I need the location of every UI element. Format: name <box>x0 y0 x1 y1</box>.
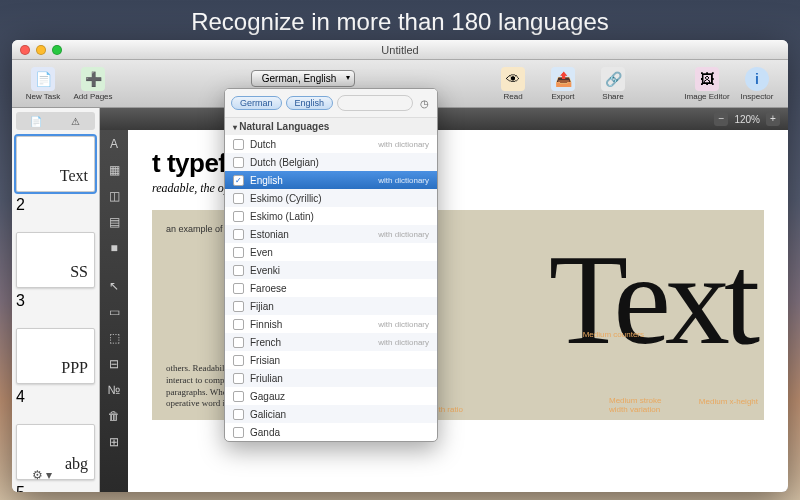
anno-counters: Medium counters <box>583 330 644 339</box>
language-row[interactable]: Faroese <box>225 279 437 297</box>
language-checkbox[interactable] <box>233 211 244 222</box>
language-name: Estonian <box>250 229 289 240</box>
page-thumbnail[interactable]: PPP <box>16 328 95 384</box>
new-task-button[interactable]: 📄 New Task <box>20 67 66 101</box>
language-search-input[interactable] <box>337 95 413 111</box>
language-row[interactable]: Gagauz <box>225 387 437 405</box>
language-row[interactable]: Friulian <box>225 369 437 387</box>
language-row[interactable]: Eskimo (Latin) <box>225 207 437 225</box>
new-task-label: New Task <box>26 92 61 101</box>
language-checkbox[interactable] <box>233 193 244 204</box>
language-section-header[interactable]: Natural Languages <box>225 118 437 135</box>
dictionary-badge: with dictionary <box>378 176 429 185</box>
language-checkbox[interactable] <box>233 265 244 276</box>
text-tool-icon[interactable]: A <box>104 134 124 154</box>
language-list: Dutchwith dictionaryDutch (Belgian)✓Engl… <box>225 135 437 441</box>
pointer-tool-icon[interactable]: ↖ <box>104 276 124 296</box>
window-title: Untitled <box>12 44 788 56</box>
delete-tool-icon[interactable]: 🗑 <box>104 406 124 426</box>
grid-tool-icon[interactable]: ⊞ <box>104 432 124 452</box>
language-row[interactable]: Fijian <box>225 297 437 315</box>
language-name: Dutch <box>250 139 276 150</box>
language-checkbox[interactable]: ✓ <box>233 175 244 186</box>
selected-lang-pill[interactable]: German <box>231 96 282 110</box>
language-checkbox[interactable] <box>233 391 244 402</box>
dictionary-badge: with dictionary <box>378 320 429 329</box>
page-thumbnail[interactable]: Text <box>16 136 95 192</box>
order-tool-icon[interactable]: № <box>104 380 124 400</box>
language-row[interactable]: ✓Englishwith dictionary <box>225 171 437 189</box>
recent-icon[interactable]: ◷ <box>417 98 431 109</box>
language-row[interactable]: Frisian <box>225 351 437 369</box>
add-pages-button[interactable]: ➕ Add Pages <box>70 67 116 101</box>
inspector-button[interactable]: i Inspector <box>734 67 780 101</box>
zoom-in-button[interactable]: + <box>766 112 780 126</box>
anno-stroke: Medium stroke width variation <box>609 396 669 414</box>
dictionary-badge: with dictionary <box>378 338 429 347</box>
language-row[interactable]: Eskimo (Cyrillic) <box>225 189 437 207</box>
language-name: Frisian <box>250 355 280 366</box>
page-thumbnail[interactable]: abg <box>16 424 95 480</box>
language-checkbox[interactable] <box>233 283 244 294</box>
language-name: Eskimo (Latin) <box>250 211 314 222</box>
language-row[interactable]: Estonianwith dictionary <box>225 225 437 243</box>
zoom-out-button[interactable]: − <box>714 112 728 126</box>
thumbnail-page-number: 4 <box>16 388 95 406</box>
language-name: English <box>250 175 283 186</box>
remove-area-tool-icon[interactable]: ⊟ <box>104 354 124 374</box>
share-button[interactable]: 🔗 Share <box>590 67 636 101</box>
language-row[interactable]: Galician <box>225 405 437 423</box>
gear-icon[interactable]: ⚙ ▾ <box>32 468 52 482</box>
thumbnail-tabs[interactable]: 📄 ⚠ <box>16 112 95 130</box>
language-name: Evenki <box>250 265 280 276</box>
dictionary-badge: with dictionary <box>378 230 429 239</box>
language-row[interactable]: Evenki <box>225 261 437 279</box>
language-checkbox[interactable] <box>233 301 244 312</box>
image-editor-button[interactable]: 🖼 Image Editor <box>684 67 730 101</box>
read-button[interactable]: 👁 Read <box>490 67 536 101</box>
language-checkbox[interactable] <box>233 337 244 348</box>
pages-tab-icon[interactable]: 📄 <box>16 112 56 130</box>
background-tool-icon[interactable]: ■ <box>104 238 124 258</box>
marketing-tagline: Recognize in more than 180 languages <box>0 8 800 36</box>
editor-area: of 13 − 120% + A ▦ ◫ ▤ ■ ↖ ▭ ⬚ <box>100 108 788 492</box>
language-row[interactable]: Even <box>225 243 437 261</box>
language-name: Ganda <box>250 427 280 438</box>
thumbnail-page-number: 2 <box>16 196 95 214</box>
table-tool-icon[interactable]: ▤ <box>104 212 124 232</box>
selected-lang-pill[interactable]: English <box>286 96 334 110</box>
language-selector[interactable]: German, English <box>251 70 355 87</box>
language-name: Gagauz <box>250 391 285 402</box>
area-tool-icon[interactable]: ◫ <box>104 186 124 206</box>
language-row[interactable]: Dutchwith dictionary <box>225 135 437 153</box>
image-editor-label: Image Editor <box>684 92 729 101</box>
specimen-text: Text <box>549 234 754 364</box>
tool-palette: A ▦ ◫ ▤ ■ ↖ ▭ ⬚ ⊟ № 🗑 ⊞ <box>100 130 128 492</box>
language-name: Dutch (Belgian) <box>250 157 319 168</box>
language-row[interactable]: Frenchwith dictionary <box>225 333 437 351</box>
inspector-label: Inspector <box>741 92 774 101</box>
read-label: Read <box>503 92 522 101</box>
language-checkbox[interactable] <box>233 247 244 258</box>
add-pages-label: Add Pages <box>73 92 112 101</box>
language-checkbox[interactable] <box>233 373 244 384</box>
page-thumbnail[interactable]: SS <box>16 232 95 288</box>
language-name: French <box>250 337 281 348</box>
language-row[interactable]: Dutch (Belgian) <box>225 153 437 171</box>
language-checkbox[interactable] <box>233 157 244 168</box>
zoom-level: 120% <box>734 114 760 125</box>
export-button[interactable]: 📤 Export <box>540 67 586 101</box>
language-row[interactable]: Ganda <box>225 423 437 441</box>
language-row[interactable]: Finnishwith dictionary <box>225 315 437 333</box>
language-checkbox[interactable] <box>233 139 244 150</box>
language-checkbox[interactable] <box>233 427 244 438</box>
language-checkbox[interactable] <box>233 319 244 330</box>
add-area-tool-icon[interactable]: ⬚ <box>104 328 124 348</box>
thumbnail-page-number: 5 <box>16 484 95 492</box>
warnings-tab-icon[interactable]: ⚠ <box>56 112 96 130</box>
language-checkbox[interactable] <box>233 409 244 420</box>
language-checkbox[interactable] <box>233 229 244 240</box>
language-checkbox[interactable] <box>233 355 244 366</box>
selection-tool-icon[interactable]: ▭ <box>104 302 124 322</box>
image-tool-icon[interactable]: ▦ <box>104 160 124 180</box>
